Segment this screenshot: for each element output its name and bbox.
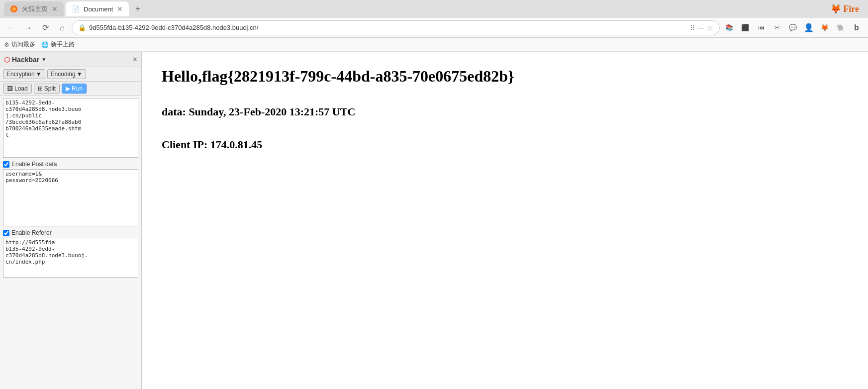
- main-layout: ⬡ Hackbar ▼ × Encryption ▼ Encoding ▼: [0, 52, 868, 389]
- forward-button[interactable]: →: [21, 20, 36, 35]
- encoding-chevron-icon: ▼: [77, 71, 83, 78]
- encoding-label: Encoding: [51, 71, 76, 78]
- referer-textarea[interactable]: http://9d555fda- b135-4292-9edd- c370d4a…: [3, 238, 138, 278]
- load-icon: 🖼: [7, 85, 13, 92]
- nav-right-buttons: 📚 ⬛ ⏮ ✂ 💬 👤 🦊 🐘 b: [722, 20, 864, 35]
- bookmark-newbie-icon: 🌐: [41, 41, 49, 48]
- enable-referer-checkbox[interactable]: [3, 230, 9, 236]
- data-text: data: Sunday, 23-Feb-2020 13:21:57 UTC: [162, 105, 848, 118]
- enable-referer-label[interactable]: Enable Referer: [3, 229, 138, 236]
- sidebar-icon[interactable]: ⬛: [738, 20, 753, 35]
- firefox-tab-icon: [10, 5, 18, 13]
- run-icon: ▶: [66, 85, 70, 92]
- bookmark-newbie-label: 新手上路: [51, 40, 75, 49]
- load-button[interactable]: 🖼 Load: [3, 84, 32, 94]
- url-bar[interactable]: 🔒 9d555fda-b135-4292-9edd-c370d4a285d8.n…: [72, 20, 720, 35]
- hackbar-toolbar: Encryption ▼ Encoding ▼: [0, 67, 141, 82]
- ip-text: Client IP: 174.0.81.45: [162, 138, 848, 151]
- post-data-section: Enable Post data username=1& password=20…: [0, 160, 141, 228]
- flag-text: Hello,flag{2821913f-799c-44bd-a835-70e06…: [162, 67, 848, 86]
- extension-icon[interactable]: 🐘: [833, 20, 848, 35]
- tab-close-document[interactable]: ✕: [117, 5, 123, 12]
- menu-icon[interactable]: b: [849, 20, 864, 35]
- tab-firefox-home[interactable]: 火狐主页 ✕: [4, 1, 64, 16]
- url-textarea[interactable]: b135-4292-9edd- c370d4a285d8.node3.buuo …: [3, 98, 138, 158]
- run-button[interactable]: ▶ Run: [62, 84, 87, 94]
- encryption-chevron-icon: ▼: [36, 71, 42, 78]
- more-icon[interactable]: ···: [698, 24, 704, 32]
- user-icon[interactable]: 👤: [801, 20, 816, 35]
- hackbar-close-button[interactable]: ×: [133, 55, 137, 64]
- bookmark-visited-label: 访问最多: [11, 40, 35, 49]
- tab-label-document: Document: [84, 5, 113, 13]
- home-button[interactable]: ⌂: [55, 20, 70, 35]
- firefox-branding: 🦊 Fire: [830, 3, 859, 14]
- encryption-label: Encryption: [6, 71, 35, 78]
- hackbar-title: ⬡ Hackbar ▼: [4, 56, 46, 64]
- chat-icon[interactable]: 💬: [785, 20, 800, 35]
- tab-label-firefox-home: 火狐主页: [22, 4, 48, 13]
- nav-bar: ← → ⟳ ⌂ 🔒 9d555fda-b135-4292-9edd-c370d4…: [0, 18, 868, 38]
- hackbar-logo: ⬡: [4, 56, 10, 64]
- bookmarks-bar: ⚙ 访问最多 🌐 新手上路: [0, 38, 868, 52]
- bookmark-visited-icon: ⚙: [4, 41, 9, 48]
- encoding-dropdown[interactable]: Encoding ▼: [47, 69, 86, 79]
- enable-post-label[interactable]: Enable Post data: [3, 161, 138, 168]
- hackbar-action-toolbar: 🖼 Load ⊞ Split ▶ Run: [0, 82, 141, 96]
- page-tab-icon: 📄: [72, 5, 80, 13]
- grid-icon: ⠿: [690, 24, 695, 32]
- account-icon[interactable]: 🦊: [817, 20, 832, 35]
- hackbar-title-text: Hackbar: [12, 56, 39, 64]
- bookmark-newbie[interactable]: 🌐 新手上路: [41, 40, 75, 49]
- lock-icon: 🔒: [78, 24, 86, 31]
- url-section: b135-4292-9edd- c370d4a285d8.node3.buuo …: [0, 96, 141, 160]
- reload-button[interactable]: ⟳: [38, 20, 53, 35]
- encryption-dropdown[interactable]: Encryption ▼: [3, 69, 45, 79]
- hackbar-header: ⬡ Hackbar ▼ ×: [0, 52, 141, 67]
- new-tab-button[interactable]: +: [131, 2, 145, 16]
- svg-point-1: [12, 7, 16, 11]
- referer-section: Enable Referer http://9d555fda- b135-429…: [0, 228, 141, 280]
- tab-bar: 火狐主页 ✕ 📄 Document ✕ + 🦊 Fire: [0, 0, 868, 18]
- back-button[interactable]: ←: [4, 20, 19, 35]
- post-data-textarea[interactable]: username=1& password=2020666: [3, 169, 138, 226]
- tab-close-firefox-home[interactable]: ✕: [52, 5, 58, 12]
- tab-document[interactable]: 📄 Document ✕: [66, 1, 129, 16]
- bookmark-visited[interactable]: ⚙ 访问最多: [4, 40, 35, 49]
- collections-icon[interactable]: 📚: [722, 20, 737, 35]
- url-text: 9d555fda-b135-4292-9edd-c370d4a285d8.nod…: [89, 24, 687, 31]
- enable-post-checkbox[interactable]: [3, 161, 9, 168]
- page-content: Hello,flag{2821913f-799c-44bd-a835-70e06…: [142, 52, 868, 389]
- new-tab-icon: +: [135, 4, 141, 14]
- star-icon[interactable]: ☆: [707, 24, 713, 32]
- hackbar-panel: ⬡ Hackbar ▼ × Encryption ▼ Encoding ▼: [0, 52, 142, 389]
- hackbar-chevron-icon: ▼: [41, 57, 46, 62]
- split-button[interactable]: ⊞ Split: [34, 84, 60, 94]
- crop-icon[interactable]: ✂: [770, 20, 784, 35]
- back-forward-icon[interactable]: ⏮: [754, 20, 769, 35]
- split-icon: ⊞: [38, 85, 43, 92]
